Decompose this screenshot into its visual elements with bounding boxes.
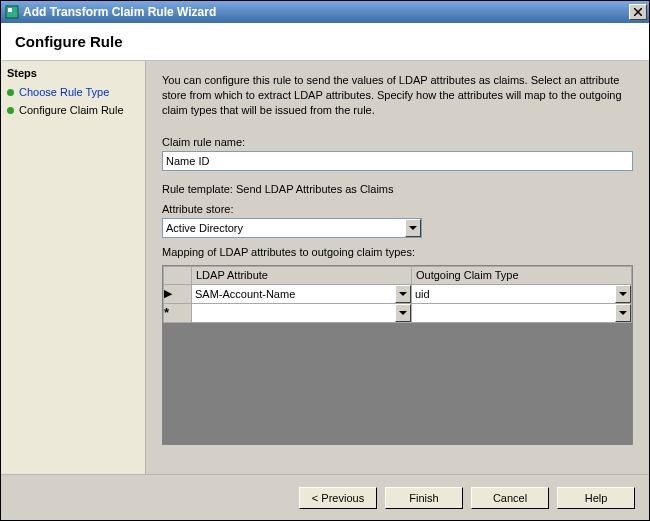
page-header: Configure Rule: [1, 23, 649, 61]
mapping-label: Mapping of LDAP attributes to outgoing c…: [162, 246, 633, 258]
cancel-button[interactable]: Cancel: [471, 487, 549, 509]
mapping-table: LDAP Attribute Outgoing Claim Type ▶: [163, 266, 632, 323]
svg-rect-1: [8, 8, 12, 12]
outgoing-claim-input[interactable]: [412, 285, 631, 303]
close-button[interactable]: [629, 4, 647, 20]
col-header-claim: Outgoing Claim Type: [412, 266, 632, 284]
help-button[interactable]: Help: [557, 487, 635, 509]
button-bar: < Previous Finish Cancel Help: [1, 474, 649, 520]
ldap-attribute-input[interactable]: [192, 304, 411, 322]
finish-button[interactable]: Finish: [385, 487, 463, 509]
outgoing-claim-input[interactable]: [412, 304, 631, 322]
claim-rule-name-label: Claim rule name:: [162, 136, 633, 148]
table-header-row: LDAP Attribute Outgoing Claim Type: [164, 266, 632, 284]
wizard-window: Add Transform Claim Rule Wizard Configur…: [0, 0, 650, 521]
row-header-blank: [164, 266, 192, 284]
ldap-attribute-cell[interactable]: [192, 303, 412, 322]
table-row: *: [164, 303, 632, 322]
main-panel: You can configure this rule to send the …: [146, 61, 649, 474]
ldap-attribute-input[interactable]: [192, 285, 411, 303]
col-header-ldap: LDAP Attribute: [192, 266, 412, 284]
page-title: Configure Rule: [15, 33, 635, 50]
previous-button[interactable]: < Previous: [299, 487, 377, 509]
mapping-grid: LDAP Attribute Outgoing Claim Type ▶: [162, 265, 633, 445]
window-title: Add Transform Claim Rule Wizard: [23, 5, 629, 19]
wizard-body: Steps Choose Rule Type Configure Claim R…: [1, 61, 649, 474]
close-icon: [634, 8, 642, 16]
outgoing-claim-cell[interactable]: [412, 303, 632, 322]
attribute-store-combo[interactable]: [162, 218, 422, 238]
attribute-store-label: Attribute store:: [162, 203, 633, 215]
description-text: You can configure this rule to send the …: [162, 73, 633, 118]
steps-sidebar: Steps Choose Rule Type Configure Claim R…: [1, 61, 146, 474]
row-marker: *: [164, 303, 192, 322]
steps-title: Steps: [1, 63, 145, 83]
claim-rule-name-input[interactable]: [162, 151, 633, 171]
step-choose-rule-type[interactable]: Choose Rule Type: [1, 83, 145, 101]
titlebar: Add Transform Claim Rule Wizard: [1, 1, 649, 23]
step-label: Choose Rule Type: [19, 86, 109, 98]
row-marker: ▶: [164, 284, 192, 303]
rule-template-text: Rule template: Send LDAP Attributes as C…: [162, 183, 633, 195]
outgoing-claim-cell[interactable]: [412, 284, 632, 303]
step-configure-claim-rule[interactable]: Configure Claim Rule: [1, 101, 145, 119]
ldap-attribute-cell[interactable]: [192, 284, 412, 303]
step-bullet-icon: [7, 89, 14, 96]
attribute-store-value[interactable]: [162, 218, 422, 238]
app-icon: [5, 5, 19, 19]
step-bullet-icon: [7, 107, 14, 114]
table-row: ▶: [164, 284, 632, 303]
grid-empty-area: [163, 323, 632, 444]
step-label: Configure Claim Rule: [19, 104, 124, 116]
